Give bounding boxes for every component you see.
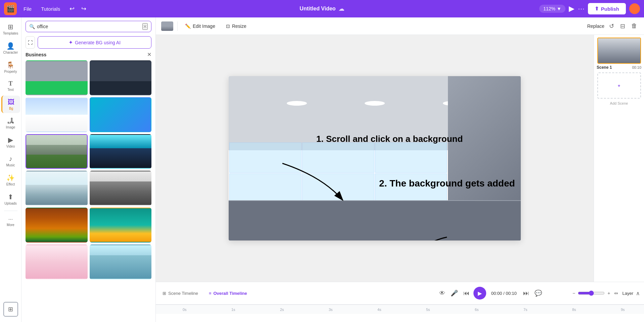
sidebar-item-effect[interactable]: ✨ Effect	[1, 171, 20, 189]
toolbar-separator	[177, 21, 178, 31]
skip-forward-button[interactable]: ⏭	[522, 288, 531, 298]
bg-thumb-8[interactable]	[90, 171, 152, 206]
split-button[interactable]: ⊟	[619, 21, 627, 31]
sidebar-item-more[interactable]: ··· More	[1, 214, 20, 229]
sidebar-item-uploads[interactable]: ⬆ Uploads	[1, 190, 20, 208]
user-avatar[interactable]	[629, 3, 640, 14]
redo-button[interactable]: ↪	[79, 4, 89, 14]
canvas-background	[229, 76, 521, 240]
search-area: 🔍 ✕	[21, 17, 155, 35]
sidebar-item-bg[interactable]: 🖼 Bg	[1, 96, 20, 113]
window-1	[229, 143, 302, 173]
bg-thumb-9[interactable]	[26, 208, 88, 243]
refresh-button[interactable]: ↺	[608, 21, 615, 31]
background-panel: 🔍 ✕ ⛶ ✦ Generate BG using AI Business ✕	[21, 17, 156, 322]
scene-info: Scene 1 00:10	[597, 65, 641, 70]
search-clear-button[interactable]: ✕	[142, 23, 148, 30]
undo-button[interactable]: ↩	[67, 4, 77, 14]
window-3	[375, 143, 447, 173]
bg-thumb-2[interactable]	[90, 60, 152, 95]
bg-thumb-3[interactable]	[26, 97, 88, 132]
uploads-icon: ⬆	[8, 193, 13, 201]
floor	[229, 201, 521, 240]
file-menu[interactable]: File	[21, 5, 34, 13]
window-2	[302, 143, 374, 173]
ruler-mark-1s: 1s	[231, 308, 280, 312]
light-2	[365, 101, 385, 106]
left-sidebar: ⊞ Templates 👤 Character 🪑 Property T Tex…	[0, 17, 21, 322]
bg-thumb-1[interactable]	[26, 60, 88, 95]
zoom-control[interactable]: 112% ▼	[539, 5, 565, 13]
scrub-icon[interactable]: ⊞	[3, 302, 18, 317]
canvas[interactable]: 1. Scroll and click on a background 2. T…	[229, 76, 521, 240]
search-input[interactable]	[37, 24, 140, 29]
undo-redo-group: ↩ ↪	[67, 4, 89, 14]
sidebar-item-label: Bg	[9, 107, 13, 110]
delete-button[interactable]: 🗑	[630, 21, 639, 31]
scene-tab-label: Scene Timeline	[168, 291, 198, 296]
ruler-mark-8s: 8s	[572, 308, 621, 312]
edit-image-button[interactable]: ✏️ Edit Image	[182, 21, 219, 31]
play-pause-button[interactable]: ▶	[473, 287, 486, 300]
timeline-zoom-slider[interactable]	[578, 290, 605, 296]
bg-thumb-4[interactable]	[90, 97, 152, 132]
collapse-button[interactable]: ∧	[636, 290, 640, 297]
add-scene-button[interactable]: +	[597, 72, 641, 99]
chevron-down-icon: ▼	[557, 6, 561, 11]
bg-thumb-6[interactable]	[90, 134, 152, 169]
sidebar-item-templates[interactable]: ⊞ Templates	[1, 20, 20, 38]
bg-thumb-12[interactable]	[90, 245, 152, 279]
replace-button[interactable]: Replace	[587, 23, 604, 29]
bg-thumb-10[interactable]	[90, 208, 152, 243]
sidebar-item-video[interactable]: ▶ Video	[1, 133, 20, 151]
play-preview-button[interactable]: ▶	[569, 4, 574, 13]
sidebar-item-image[interactable]: 🏞 Image	[1, 114, 20, 132]
sidebar-item-label: Image	[6, 125, 15, 129]
tutorials-menu[interactable]: Tutorials	[38, 5, 63, 13]
music-icon: ♪	[9, 155, 12, 163]
scene-thumbnail[interactable]	[597, 38, 641, 64]
sidebar-item-music[interactable]: ♪ Music	[1, 152, 20, 170]
canvas-wrapper: 1. Scroll and click on a background 2. T…	[156, 35, 594, 282]
tab-overall-timeline[interactable]: ≡ Overall Timeline	[206, 289, 250, 297]
sidebar-item-property[interactable]: 🪑 Property	[1, 58, 20, 76]
layer-button[interactable]: Layer	[622, 291, 633, 296]
timeline-right-controls: − + ⇔ Layer ∧	[572, 289, 640, 297]
document-title: Untitled Video	[300, 6, 335, 12]
overall-timeline-icon: ≡	[209, 291, 212, 296]
zoom-minus-icon: −	[572, 290, 575, 296]
expand-button[interactable]: ⇔	[613, 289, 619, 297]
timeline-tabs: ⊞ Scene Timeline ≡ Overall Timeline 👁 🎤 …	[156, 282, 644, 305]
search-box: 🔍 ✕	[26, 21, 151, 32]
window-5	[302, 173, 374, 204]
sidebar-item-character[interactable]: 👤 Character	[1, 39, 20, 57]
mic-button[interactable]: 🎤	[449, 288, 459, 298]
scene-name: Scene 1	[597, 65, 612, 70]
share-button[interactable]: ⋯	[578, 5, 585, 13]
sidebar-item-text[interactable]: T Text	[1, 77, 20, 94]
skip-back-button[interactable]: ⏮	[462, 288, 471, 298]
resize-button[interactable]: ⊡ Resize	[223, 21, 250, 31]
sidebar-item-label: Templates	[3, 32, 18, 35]
scene-time: 00:10	[632, 65, 641, 69]
tab-scene-timeline[interactable]: ⊞ Scene Timeline	[160, 289, 201, 297]
scrub-tool[interactable]: ⊞	[3, 302, 18, 319]
timeline-area: ⊞ Scene Timeline ≡ Overall Timeline 👁 🎤 …	[156, 282, 644, 322]
subtitles-button[interactable]: 💬	[533, 288, 543, 298]
section-close-button[interactable]: ✕	[147, 51, 151, 58]
canvas-toolbar: ✏️ Edit Image ⊡ Resize Replace ↺ ⊟ 🗑	[156, 17, 644, 35]
captions-button[interactable]: 👁	[438, 288, 447, 298]
bg-thumb-selected[interactable]	[26, 134, 88, 169]
section-header: Business ✕	[26, 51, 151, 58]
fullscreen-button[interactable]: ⛶	[26, 36, 35, 49]
publish-button[interactable]: ⬆ Publish	[588, 3, 626, 14]
bg-thumb-11[interactable]	[26, 245, 88, 279]
bg-icon: 🖼	[8, 98, 14, 106]
generate-bg-button[interactable]: ✦ Generate BG using AI	[38, 36, 151, 49]
ruler-mark-7s: 7s	[523, 308, 572, 312]
ruler-mark-5s: 5s	[426, 308, 475, 312]
floor-line	[229, 200, 521, 201]
bg-thumb-7[interactable]	[26, 171, 88, 206]
search-icon: 🔍	[29, 24, 35, 29]
top-right-actions: 112% ▼ ▶ ⋯ ⬆ Publish	[539, 3, 640, 14]
